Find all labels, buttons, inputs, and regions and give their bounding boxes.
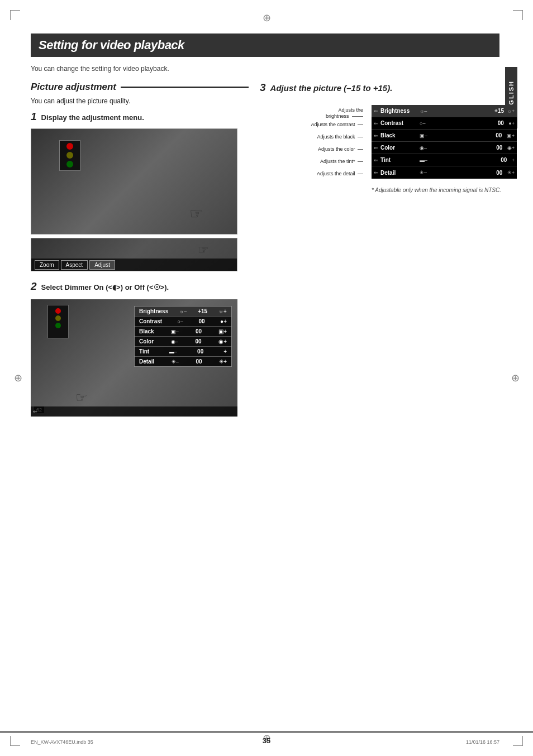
adjustment-diagram: Adjusts thebrightness Adjusts the contra…: [260, 105, 517, 179]
tl-red: [66, 143, 73, 150]
adj-row-black: ⇐ Black ▣– 00 ▣+: [372, 130, 517, 142]
adj-row-brightness: ⇐ Brightness ☼– +15 ☼+: [372, 105, 517, 117]
footer-line: [0, 731, 533, 733]
step-2: 2 Select Dimmer On (<◖>) or Off (<☉>).: [31, 280, 249, 417]
screenshot-step2: Brightness ☼– +15 ☼+ Contrast ○– 00 ●+: [31, 299, 237, 417]
two-column-layout: Picture adjustment You can adjust the pi…: [31, 82, 499, 417]
tabs-bar: Zoom Aspect Adjust: [31, 259, 237, 271]
step-1: 1 Display the adjustment menu.: [31, 111, 249, 271]
step3-label: Adjust the picture (–15 to +15).: [270, 83, 393, 93]
step2-number: 2: [31, 280, 37, 293]
section-title: Picture adjustment: [31, 82, 116, 93]
footer: EN_KW-AVX746EU.indb 35 35 11/01/16 16:57: [0, 728, 533, 756]
adj-row-contrast: ⇐ Contrast ○– 00 ●+: [372, 117, 517, 130]
adjustment-menu-step2: Brightness ☼– +15 ☼+ Contrast ○– 00 ●+: [134, 306, 232, 367]
adj-row-color: ⇐ Color ◉– 00 ◉+: [372, 142, 517, 154]
tab-zoom[interactable]: Zoom: [35, 260, 59, 270]
reg-mark-left: [12, 372, 23, 384]
hand-cursor-tabs: ☞: [198, 243, 209, 257]
footnote-text: * Adjustable only when the incoming sign…: [372, 186, 517, 194]
page-number: 35: [263, 736, 270, 745]
step3-header: 3 Adjust the picture (–15 to +15).: [260, 82, 517, 98]
hand-cursor-step2: ☞: [75, 390, 88, 405]
hand-cursor-1: ☞: [189, 204, 203, 223]
footnote-area: * Adjustable only when the incoming sign…: [372, 186, 517, 194]
tl2-red: [55, 308, 61, 314]
bottom-bar: ⇐: [31, 406, 237, 417]
step1-label: Display the adjustment menu.: [41, 113, 144, 122]
section-heading: Picture adjustment: [31, 82, 249, 93]
page-title: Setting for video playback: [39, 38, 492, 52]
tab-aspect[interactable]: Aspect: [61, 260, 88, 270]
label-detail: Adjusts the detail: [317, 171, 363, 176]
traffic-light-step2: [47, 305, 69, 338]
label-black: Adjusts the black: [317, 134, 363, 140]
footer-file: EN_KW-AVX746EU.indb 35: [31, 739, 93, 745]
page-title-banner: Setting for video playback: [31, 34, 499, 57]
corner-mark-tl: [10, 10, 20, 20]
menu-brightness: Brightness ☼– +15 ☼+: [135, 307, 231, 317]
heading-line: [121, 87, 249, 88]
tl-green: [66, 161, 73, 168]
adj-row-detail: ⇐ Detail ✳– 00 ✳+: [372, 166, 517, 179]
step3-number: 3: [260, 82, 266, 94]
label-color: Adjusts the color: [318, 146, 363, 152]
menu-contrast: Contrast ○– 00 ●+: [135, 317, 231, 327]
step2-label: Select Dimmer On (<◖>) or Off (<☉>).: [41, 283, 169, 291]
label-tint: Adjusts the tint*: [320, 159, 363, 164]
adj-row-tint: ⇐ Tint ▬– 00 +: [372, 154, 517, 166]
left-column: Picture adjustment You can adjust the pi…: [31, 82, 249, 417]
section-description: You can adjust the picture quality.: [31, 97, 249, 105]
screen-bg: [31, 129, 237, 234]
label-contrast: Adjusts the contrast: [311, 122, 363, 127]
tl-yellow: [66, 152, 73, 159]
menu-tint: Tint ▬– 00 +: [135, 347, 231, 357]
menu-black: Black ▣– 00 ▣+: [135, 327, 231, 337]
step1-number: 1: [31, 111, 37, 123]
tl2-green: [55, 323, 61, 328]
menu-detail: Detail ✳– 00 ✳+: [135, 357, 231, 366]
adjustment-table: ⇐ Brightness ☼– +15 ☼+ ⇐ Contrast ○– 00 …: [372, 105, 517, 179]
reg-mark-top: [261, 12, 272, 23]
corner-mark-tr: [513, 10, 523, 20]
tl2-yellow: [55, 315, 61, 321]
menu-color: Color ◉– 00 ◉+: [135, 337, 231, 347]
adjustment-table-wrapper: ⇐ Brightness ☼– +15 ☼+ ⇐ Contrast ○– 00 …: [372, 105, 517, 179]
screenshot-step1-touch: ☞: [31, 128, 237, 235]
page-content: Setting for video playback You can chang…: [31, 34, 499, 722]
screenshot-step1-tabs: Zoom Aspect Adjust ☞: [31, 238, 237, 271]
traffic-light-box: [59, 140, 80, 171]
tab-adjust[interactable]: Adjust: [89, 260, 115, 270]
right-column: 3 Adjust the picture (–15 to +15). Adjus…: [260, 82, 517, 417]
footer-date: 11/01/16 16:57: [466, 739, 499, 745]
page-subtitle: You can change the setting for video pla…: [31, 65, 499, 73]
label-brightness: Adjusts thebrightness: [326, 107, 363, 119]
